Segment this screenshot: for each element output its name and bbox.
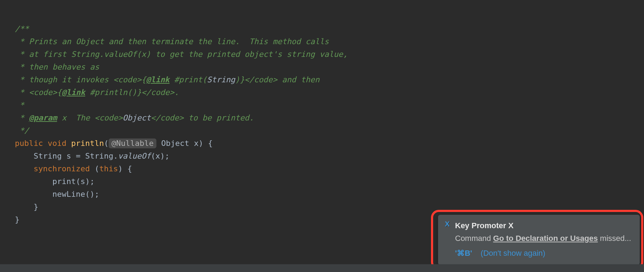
code-line: * then behaves as xyxy=(15,63,99,71)
code-line: } xyxy=(15,202,38,211)
shortcut-hint[interactable]: '⌘B' xyxy=(455,249,472,258)
go-to-declaration-link[interactable]: Go to Declaration or Usages xyxy=(493,234,598,243)
code-line: synchronized (this) { xyxy=(15,164,132,173)
code-editor[interactable]: /** * Prints an Object and then terminat… xyxy=(0,0,644,226)
code-line: * Prints an Object and then terminate th… xyxy=(15,37,329,46)
code-line: String s = String.valueOf(x); xyxy=(15,152,169,160)
code-line: * xyxy=(15,101,24,110)
code-line: * at first String.valueOf(x) to get the … xyxy=(15,50,347,59)
key-promoter-notification: X Key Promoter X Command Go to Declarati… xyxy=(438,215,640,265)
code-line: newLine(); xyxy=(15,190,99,199)
code-line: public void println(@Nullable Object x) … xyxy=(15,138,213,148)
notification-title: Key Promoter X xyxy=(455,220,633,232)
code-line: * <code>{@link #println()}</code>. xyxy=(15,88,179,97)
code-line: * though it invokes <code>{@link #print(… xyxy=(15,75,320,84)
dont-show-again-link[interactable]: (Don't show again) xyxy=(481,249,545,258)
status-bar xyxy=(0,264,644,272)
nullable-annotation: @Nullable xyxy=(109,138,156,148)
code-line: } xyxy=(15,215,19,224)
code-line: /** xyxy=(15,24,29,33)
code-line: print(s); xyxy=(15,177,94,186)
notification-body: Command Go to Declaration or Usages miss… xyxy=(455,232,633,244)
code-line: * @param x The <code>Object</code> to be… xyxy=(15,113,254,122)
code-line: */ xyxy=(15,126,29,135)
key-promoter-icon: X xyxy=(443,220,452,228)
